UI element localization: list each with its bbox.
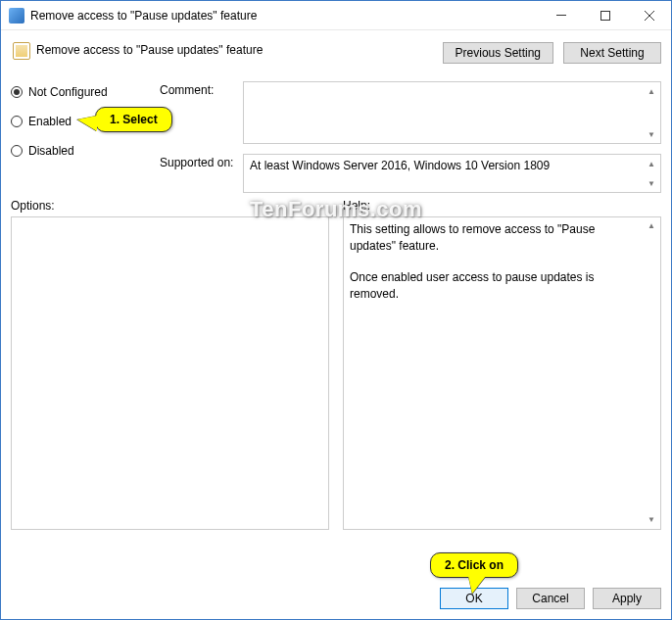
next-setting-button[interactable]: Next Setting <box>563 42 661 64</box>
callout-select: 1. Select <box>95 107 172 132</box>
radio-not-configured[interactable]: Not Configured <box>11 81 156 103</box>
close-button[interactable] <box>627 1 671 30</box>
window-title: Remove access to "Pause updates" feature <box>30 9 539 23</box>
scroll-down-icon[interactable]: ▼ <box>645 176 658 190</box>
dialog-footer: 2. Click on OK Cancel Apply <box>440 588 661 609</box>
radio-label: Disabled <box>28 144 74 158</box>
help-panel: This setting allows to remove access to … <box>343 216 661 530</box>
scroll-down-icon[interactable]: ▼ <box>645 513 658 527</box>
cancel-button[interactable]: Cancel <box>516 588 585 609</box>
supported-on-text: At least Windows Server 2016, Windows 10… <box>250 159 550 172</box>
dialog-body: Remove access to "Pause updates" feature… <box>1 30 671 619</box>
supported-label: Supported on: <box>160 154 243 193</box>
radio-label: Enabled <box>28 115 72 128</box>
supported-on-box: At least Windows Server 2016, Windows 10… <box>243 154 661 193</box>
scroll-up-icon[interactable]: ▲ <box>645 157 658 170</box>
policy-title: Remove access to "Pause updates" feature <box>36 40 443 57</box>
help-text-line: Once enabled user access to pause update… <box>350 269 643 304</box>
help-text-line: This setting allows to remove access to … <box>350 221 643 256</box>
help-label: Help: <box>343 199 661 213</box>
callout-click: 2. Click on <box>430 552 518 578</box>
policy-icon <box>13 42 30 60</box>
scroll-down-icon[interactable]: ▼ <box>645 127 658 141</box>
previous-setting-button[interactable]: Previous Setting <box>443 42 553 64</box>
titlebar: Remove access to "Pause updates" feature <box>1 1 671 30</box>
minimize-button[interactable] <box>539 1 583 30</box>
radio-group: Not Configured Enabled 1. Select Disable… <box>11 81 160 193</box>
comment-label: Comment: <box>160 81 243 144</box>
comment-textarea[interactable]: ▲ ▼ <box>243 81 661 144</box>
options-panel <box>11 216 329 530</box>
header-row: Remove access to "Pause updates" feature… <box>11 40 661 64</box>
scroll-up-icon[interactable]: ▲ <box>645 219 658 233</box>
radio-enabled[interactable]: Enabled 1. Select <box>11 111 156 132</box>
options-label: Options: <box>11 199 329 213</box>
apply-button[interactable]: Apply <box>593 588 661 609</box>
svg-rect-1 <box>600 11 609 20</box>
scroll-up-icon[interactable]: ▲ <box>645 84 658 98</box>
maximize-button[interactable] <box>583 1 627 30</box>
radio-label: Not Configured <box>28 85 108 99</box>
app-icon <box>9 8 24 24</box>
radio-disabled[interactable]: Disabled <box>11 140 156 162</box>
